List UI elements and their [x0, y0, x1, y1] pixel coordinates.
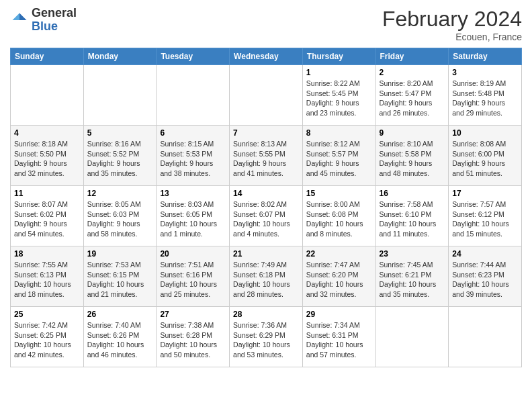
- calendar-cell: 23Sunrise: 7:45 AM Sunset: 6:21 PM Dayli…: [375, 246, 449, 307]
- day-number: 17: [452, 189, 518, 198]
- calendar-cell: 11Sunrise: 8:07 AM Sunset: 6:02 PM Dayli…: [11, 186, 84, 246]
- logo-blue: Blue: [32, 20, 77, 34]
- calendar-cell: 16Sunrise: 7:58 AM Sunset: 6:10 PM Dayli…: [375, 186, 449, 246]
- calendar-cell: 3Sunrise: 8:19 AM Sunset: 5:48 PM Daylig…: [449, 65, 522, 126]
- day-header: Wednesday: [230, 48, 303, 65]
- logo-icon: [10, 11, 29, 30]
- day-header: Monday: [83, 48, 157, 65]
- calendar-cell: 1Sunrise: 8:22 AM Sunset: 5:45 PM Daylig…: [302, 65, 375, 126]
- day-info: Sunrise: 7:55 AM Sunset: 6:13 PM Dayligh…: [14, 260, 80, 300]
- calendar-cell: 2Sunrise: 8:20 AM Sunset: 5:47 PM Daylig…: [375, 65, 449, 126]
- calendar-cell: 27Sunrise: 7:38 AM Sunset: 6:28 PM Dayli…: [157, 307, 230, 367]
- day-number: 2: [380, 68, 445, 77]
- day-info: Sunrise: 7:51 AM Sunset: 6:16 PM Dayligh…: [160, 260, 226, 300]
- day-number: 13: [160, 189, 226, 198]
- day-info: Sunrise: 8:02 AM Sunset: 6:07 PM Dayligh…: [233, 199, 299, 239]
- day-number: 20: [160, 249, 226, 259]
- day-number: 1: [306, 68, 372, 77]
- calendar-week: 11Sunrise: 8:07 AM Sunset: 6:02 PM Dayli…: [11, 186, 522, 246]
- location: Ecouen, France: [382, 32, 522, 42]
- page-header: General Blue February 2024 Ecouen, Franc…: [10, 7, 522, 42]
- day-header: Friday: [375, 48, 449, 65]
- calendar-cell: 24Sunrise: 7:44 AM Sunset: 6:23 PM Dayli…: [449, 246, 522, 307]
- day-number: 6: [160, 128, 226, 138]
- day-number: 26: [87, 310, 153, 319]
- day-info: Sunrise: 8:20 AM Sunset: 5:47 PM Dayligh…: [380, 79, 445, 118]
- day-number: 24: [452, 249, 518, 259]
- day-number: 19: [87, 249, 153, 259]
- calendar-cell: 14Sunrise: 8:02 AM Sunset: 6:07 PM Dayli…: [230, 186, 303, 246]
- day-number: 7: [233, 128, 299, 138]
- header-row: SundayMondayTuesdayWednesdayThursdayFrid…: [11, 48, 522, 65]
- calendar-cell: 22Sunrise: 7:47 AM Sunset: 6:20 PM Dayli…: [302, 246, 375, 307]
- day-info: Sunrise: 8:16 AM Sunset: 5:52 PM Dayligh…: [87, 139, 153, 179]
- day-info: Sunrise: 8:12 AM Sunset: 5:57 PM Dayligh…: [306, 139, 372, 179]
- svg-marker-1: [13, 13, 20, 20]
- day-info: Sunrise: 8:15 AM Sunset: 5:53 PM Dayligh…: [160, 139, 226, 179]
- day-info: Sunrise: 7:42 AM Sunset: 6:25 PM Dayligh…: [14, 320, 80, 360]
- day-number: 23: [380, 249, 445, 259]
- calendar-cell: 28Sunrise: 7:36 AM Sunset: 6:29 PM Dayli…: [230, 307, 303, 367]
- day-number: 4: [14, 128, 80, 138]
- logo-text: General Blue: [32, 7, 77, 34]
- day-info: Sunrise: 7:44 AM Sunset: 6:23 PM Dayligh…: [452, 260, 518, 300]
- day-info: Sunrise: 7:58 AM Sunset: 6:10 PM Dayligh…: [380, 199, 445, 239]
- calendar-week: 18Sunrise: 7:55 AM Sunset: 6:13 PM Dayli…: [11, 246, 522, 307]
- day-info: Sunrise: 7:34 AM Sunset: 6:31 PM Dayligh…: [306, 320, 372, 360]
- day-info: Sunrise: 7:38 AM Sunset: 6:28 PM Dayligh…: [160, 320, 226, 360]
- day-header: Thursday: [302, 48, 375, 65]
- day-info: Sunrise: 8:18 AM Sunset: 5:50 PM Dayligh…: [14, 139, 80, 179]
- day-number: 5: [87, 128, 153, 138]
- day-header: Tuesday: [157, 48, 230, 65]
- day-info: Sunrise: 8:19 AM Sunset: 5:48 PM Dayligh…: [452, 79, 518, 118]
- day-info: Sunrise: 7:36 AM Sunset: 6:29 PM Dayligh…: [233, 320, 299, 360]
- calendar-cell: 25Sunrise: 7:42 AM Sunset: 6:25 PM Dayli…: [11, 307, 84, 367]
- calendar-cell: 5Sunrise: 8:16 AM Sunset: 5:52 PM Daylig…: [83, 126, 157, 186]
- day-number: 29: [306, 310, 372, 319]
- day-number: 22: [306, 249, 372, 259]
- day-number: 27: [160, 310, 226, 319]
- day-number: 16: [380, 189, 445, 198]
- calendar-week: 25Sunrise: 7:42 AM Sunset: 6:25 PM Dayli…: [11, 307, 522, 367]
- calendar-cell: 12Sunrise: 8:05 AM Sunset: 6:03 PM Dayli…: [83, 186, 157, 246]
- day-number: 9: [380, 128, 445, 138]
- day-number: 10: [452, 128, 518, 138]
- title-block: February 2024 Ecouen, France: [382, 7, 522, 42]
- calendar-cell: 10Sunrise: 8:08 AM Sunset: 6:00 PM Dayli…: [449, 126, 522, 186]
- calendar-cell: 13Sunrise: 8:03 AM Sunset: 6:05 PM Dayli…: [157, 186, 230, 246]
- day-number: 11: [14, 189, 80, 198]
- calendar-cell: 9Sunrise: 8:10 AM Sunset: 5:58 PM Daylig…: [375, 126, 449, 186]
- calendar-cell: [375, 307, 449, 367]
- calendar-cell: [157, 65, 230, 126]
- day-number: 15: [306, 189, 372, 198]
- day-info: Sunrise: 8:00 AM Sunset: 6:08 PM Dayligh…: [306, 199, 372, 239]
- calendar-cell: 20Sunrise: 7:51 AM Sunset: 6:16 PM Dayli…: [157, 246, 230, 307]
- svg-marker-0: [19, 13, 27, 20]
- day-number: 3: [452, 68, 518, 77]
- day-number: 8: [306, 128, 372, 138]
- calendar-cell: 8Sunrise: 8:12 AM Sunset: 5:57 PM Daylig…: [302, 126, 375, 186]
- calendar-cell: [83, 65, 157, 126]
- logo: General Blue: [10, 7, 77, 34]
- calendar-table: SundayMondayTuesdayWednesdayThursdayFrid…: [10, 48, 522, 367]
- calendar-cell: 7Sunrise: 8:13 AM Sunset: 5:55 PM Daylig…: [230, 126, 303, 186]
- calendar-cell: 15Sunrise: 8:00 AM Sunset: 6:08 PM Dayli…: [302, 186, 375, 246]
- day-header: Sunday: [11, 48, 84, 65]
- day-number: 28: [233, 310, 299, 319]
- day-number: 25: [14, 310, 80, 319]
- calendar-cell: 17Sunrise: 7:57 AM Sunset: 6:12 PM Dayli…: [449, 186, 522, 246]
- day-info: Sunrise: 7:45 AM Sunset: 6:21 PM Dayligh…: [380, 260, 445, 300]
- calendar-cell: 29Sunrise: 7:34 AM Sunset: 6:31 PM Dayli…: [302, 307, 375, 367]
- day-info: Sunrise: 8:22 AM Sunset: 5:45 PM Dayligh…: [306, 79, 372, 118]
- day-number: 14: [233, 189, 299, 198]
- day-info: Sunrise: 8:03 AM Sunset: 6:05 PM Dayligh…: [160, 199, 226, 239]
- day-info: Sunrise: 8:08 AM Sunset: 6:00 PM Dayligh…: [452, 139, 518, 179]
- day-number: 18: [14, 249, 80, 259]
- calendar-cell: [230, 65, 303, 126]
- day-info: Sunrise: 8:13 AM Sunset: 5:55 PM Dayligh…: [233, 139, 299, 179]
- day-info: Sunrise: 8:07 AM Sunset: 6:02 PM Dayligh…: [14, 199, 80, 239]
- calendar-cell: 19Sunrise: 7:53 AM Sunset: 6:15 PM Dayli…: [83, 246, 157, 307]
- calendar-cell: 26Sunrise: 7:40 AM Sunset: 6:26 PM Dayli…: [83, 307, 157, 367]
- logo-general: General: [32, 7, 77, 20]
- day-header: Saturday: [449, 48, 522, 65]
